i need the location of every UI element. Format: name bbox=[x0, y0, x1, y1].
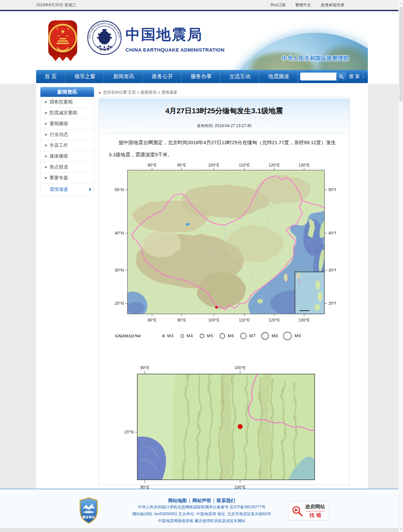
arrow-right-icon bbox=[89, 188, 91, 191]
svg-text:M4: M4 bbox=[187, 333, 193, 338]
vertical-scrollbar[interactable]: ∧ ∨ bbox=[398, 0, 403, 532]
svg-text:120°E: 120°E bbox=[268, 318, 280, 322]
sidebar-item-news-broadcast[interactable]: 要闻播报 bbox=[40, 119, 94, 129]
gov-mail-login-link[interactable]: 政务邮箱登录 bbox=[321, 2, 345, 8]
scroll-down-arrow[interactable]: ∨ bbox=[399, 526, 403, 531]
search-area: 搜 索 › bbox=[300, 73, 368, 80]
gs-code: GS(2011)1704 bbox=[115, 333, 141, 338]
nav-item-services[interactable]: 服务办事 bbox=[182, 70, 220, 83]
sidebar-item-industry-trends[interactable]: 行业动态 bbox=[40, 129, 94, 140]
search-label[interactable]: 搜 索 bbox=[349, 74, 360, 79]
search-icon bbox=[339, 74, 344, 79]
nav-item-interaction[interactable]: 交流互动 bbox=[220, 70, 259, 83]
bottom-strip bbox=[0, 528, 403, 532]
error-badge-sub: 找错 bbox=[307, 512, 323, 519]
search-more-arrow[interactable]: › bbox=[363, 74, 364, 79]
contact-us-link[interactable]: 联系我们 bbox=[217, 498, 235, 503]
breadcrumb-news-link[interactable]: 新闻资讯 bbox=[141, 90, 157, 95]
svg-text:110°E: 110°E bbox=[239, 318, 250, 322]
svg-text:30°N: 30°N bbox=[328, 268, 336, 273]
article-title: 4月27日13时25分缅甸发生3.1级地震 bbox=[99, 106, 349, 116]
sidebar-item-label: 国务院要闻 bbox=[50, 99, 73, 105]
search-input[interactable] bbox=[300, 73, 336, 80]
star-icon: ★ bbox=[56, 27, 58, 30]
sidebar-item-label: 要闻播报 bbox=[50, 121, 68, 127]
cea-seal-logo: CHINA EARTHQUAKE ADMINISTRATION 中 国 地 震 … bbox=[87, 20, 122, 55]
main-nav: 首 页 领导之窗 新闻资讯 政务公开 服务办事 交流互动 地震频道 搜 索 › bbox=[36, 70, 368, 83]
sidebar-item-disaster-reduction-news[interactable]: 防震减灾要闻 bbox=[40, 108, 94, 119]
legend-circle-m9 bbox=[283, 332, 291, 340]
sidebar-item-hot-reports[interactable]: 热点报道 bbox=[40, 162, 94, 173]
star-icon: ★ bbox=[60, 28, 65, 35]
error-badge-title: 政府网站 bbox=[305, 504, 325, 510]
svg-text:M5: M5 bbox=[207, 333, 213, 338]
svg-text:130°E: 130°E bbox=[298, 318, 309, 322]
legend-circle-m8 bbox=[261, 333, 268, 340]
epicenter-marker bbox=[215, 306, 217, 309]
sidebar-item-label: 行业动态 bbox=[50, 132, 68, 138]
scroll-up-arrow[interactable]: ∧ bbox=[399, 1, 403, 6]
svg-text:90°E: 90°E bbox=[177, 163, 186, 167]
news-sidebar: 新闻资讯 国务院要闻 防震减灾要闻 要闻播报 行业动态 市县工作 bbox=[40, 87, 94, 196]
epicenter-detail-map: 90°E 100°E 90°E 100°E 20°N bbox=[123, 361, 326, 496]
sidebar-item-media-broadcast[interactable]: 媒体播报 bbox=[40, 151, 94, 162]
sidebar-item-label: 防震减灾要闻 bbox=[50, 110, 77, 116]
svg-text:100°E: 100°E bbox=[208, 163, 219, 167]
svg-text:100°E: 100°E bbox=[234, 366, 245, 370]
nav-item-news[interactable]: 新闻资讯 bbox=[104, 70, 143, 83]
nav-item-home[interactable]: 首 页 bbox=[36, 70, 65, 83]
svg-text:120°E: 120°E bbox=[268, 163, 280, 167]
svg-text:M8: M8 bbox=[272, 333, 278, 338]
svg-text:40°N: 40°N bbox=[115, 231, 124, 235]
svg-text:20°N: 20°N bbox=[124, 430, 134, 434]
sidebar-item-important-topics[interactable]: 重要专题 bbox=[40, 173, 94, 184]
svg-text:100°E: 100°E bbox=[208, 318, 219, 322]
traditional-chinese-link[interactable]: 繁體中文 bbox=[295, 2, 311, 8]
legend-circle-m7 bbox=[240, 333, 246, 339]
publish-time: 发布时间: 2018-04-27 13:27:40 bbox=[99, 123, 349, 129]
epicenter-marker bbox=[238, 424, 242, 429]
triangle-icon bbox=[45, 122, 47, 125]
legend-circle-m4 bbox=[181, 335, 184, 338]
svg-text:50°N: 50°N bbox=[328, 188, 336, 192]
legend-circle-m6 bbox=[220, 334, 225, 339]
sidebar-item-city-county-work[interactable]: 市县工作 bbox=[40, 140, 94, 151]
triangle-icon bbox=[45, 133, 47, 136]
content-wrapper: 新闻资讯 国务院要闻 防震减灾要闻 要闻播报 行业动态 市县工作 bbox=[36, 83, 368, 489]
rss-link[interactable]: Rss订阅 bbox=[271, 2, 285, 8]
topbar-links: Rss订阅 繁體中文 政务邮箱登录 bbox=[271, 2, 345, 8]
svg-text:20°N: 20°N bbox=[328, 301, 336, 306]
nav-item-earthquake-channel[interactable]: 地震频道 bbox=[259, 70, 298, 83]
site-statement-link[interactable]: 网站声明 bbox=[192, 498, 211, 503]
footer-separator: | bbox=[213, 498, 214, 503]
sidebar-item-earthquake-express-active[interactable]: 震情速递 bbox=[40, 184, 94, 195]
nav-item-leadership[interactable]: 领导之窗 bbox=[65, 70, 104, 83]
globe-graphic bbox=[220, 33, 368, 70]
site-title-block: 中国地震局 CHINA EARTHQUAKE ADMINISTRATION bbox=[125, 25, 225, 53]
scrollbar-thumb[interactable] bbox=[399, 7, 403, 102]
sidebar-item-state-council-news[interactable]: 国务院要闻 bbox=[40, 97, 94, 108]
gov-error-report-badge[interactable]: 政府网站 找错 bbox=[288, 502, 328, 520]
terrain-texture bbox=[137, 374, 315, 480]
breadcrumb-current[interactable]: 震情速递 bbox=[162, 90, 177, 95]
inset-map bbox=[295, 272, 325, 314]
svg-text:M3: M3 bbox=[167, 333, 174, 338]
article-panel: 4月27日13时25分缅甸发生3.1级地震 发布时间: 2018-04-27 1… bbox=[99, 99, 350, 485]
triangle-icon bbox=[45, 166, 47, 168]
top-utility-bar: 2018年6月20日 星期三 Rss订阅 繁體中文 政务邮箱登录 bbox=[0, 0, 403, 10]
triangle-icon bbox=[45, 101, 47, 103]
site-footer: 事业单位 网站地图|网站声明|联系我们 中华人民共和国计算机信息网络国际联网单位… bbox=[0, 489, 403, 528]
triangle-icon bbox=[45, 144, 47, 147]
sidebar-title: 新闻资讯 bbox=[40, 87, 94, 97]
sitemap-link[interactable]: 网站地图 bbox=[168, 498, 187, 503]
search-button[interactable] bbox=[336, 73, 346, 80]
breadcrumb-home-link[interactable]: 主页 bbox=[128, 90, 136, 95]
star-icon: ★ bbox=[57, 34, 59, 37]
triangle-icon bbox=[45, 155, 47, 158]
nav-item-gov-affairs[interactable]: 政务公开 bbox=[143, 70, 182, 83]
svg-text:40°N: 40°N bbox=[328, 231, 336, 235]
breadcrumb-label: 您所在的位置: bbox=[103, 90, 128, 95]
sidebar-item-label: 震情速递 bbox=[50, 187, 68, 192]
page: 2018年6月20日 星期三 Rss订阅 繁體中文 政务邮箱登录 中华人民共和国… bbox=[0, 0, 403, 532]
svg-text:80°E: 80°E bbox=[147, 163, 156, 167]
